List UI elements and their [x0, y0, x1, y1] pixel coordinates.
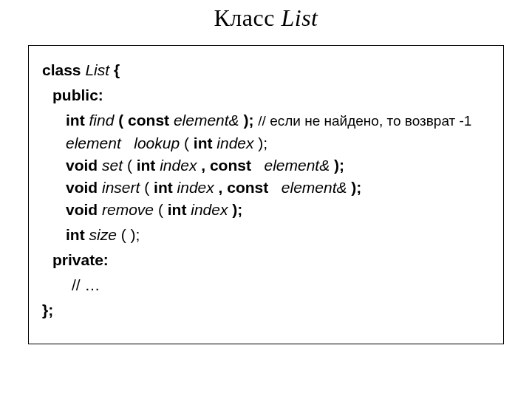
title-word2: List — [281, 4, 318, 31]
method-size: int size ( ); — [42, 224, 490, 246]
find-param-type: element& — [174, 112, 239, 129]
set-int: int — [137, 157, 156, 174]
find-ret: int — [66, 112, 85, 129]
remove-ret: void — [66, 201, 98, 218]
insert-const: const — [227, 179, 268, 196]
size-ret: int — [66, 226, 85, 243]
lookup-index: index — [216, 134, 253, 151]
insert-int: int — [154, 179, 173, 196]
class-keyword: class — [42, 61, 81, 78]
slide-title: Класс List — [0, 4, 532, 32]
find-name: find — [89, 112, 115, 129]
remove-close: ); — [232, 201, 242, 218]
find-open: ( — [118, 112, 123, 129]
private-keyword: private: — [52, 251, 109, 268]
find-comment: // если не найдено, то возврат -1 — [258, 113, 471, 129]
method-lookup: element lookup ( int index ); — [42, 132, 490, 154]
lookup-name: lookup — [134, 134, 180, 151]
size-name: size — [89, 226, 117, 243]
remove-name: remove — [102, 201, 154, 218]
code-block: class List { public: int find ( const el… — [28, 45, 504, 344]
insert-close: ); — [351, 179, 361, 196]
lookup-open: ( — [184, 134, 194, 151]
set-open: ( — [127, 157, 137, 174]
find-close: ); — [243, 112, 258, 129]
private-body: // … — [42, 274, 490, 296]
lookup-close: ); — [258, 134, 267, 151]
class-close: }; — [42, 299, 490, 321]
class-name: List — [85, 61, 109, 78]
set-name: set — [102, 157, 123, 174]
set-comma: , — [201, 157, 210, 174]
insert-ret: void — [66, 179, 98, 196]
remove-index: index — [191, 201, 228, 218]
size-args: ( ); — [121, 226, 140, 243]
private-comment: // … — [72, 276, 100, 293]
class-decl: class List { — [42, 59, 490, 81]
title-word1: Класс — [214, 4, 275, 31]
remove-int: int — [168, 201, 187, 218]
set-close: ); — [334, 157, 344, 174]
set-ret: void — [66, 157, 98, 174]
insert-name: insert — [102, 179, 140, 196]
insert-elem: element& — [282, 179, 347, 196]
set-elem: element& — [264, 157, 330, 174]
lookup-int: int — [194, 134, 213, 151]
find-const: const — [128, 112, 169, 129]
insert-open: ( — [144, 179, 154, 196]
set-const: const — [210, 157, 251, 174]
remove-open: ( — [158, 201, 168, 218]
method-find: int find ( const element& ); // если не … — [42, 109, 490, 132]
public-keyword: public: — [52, 86, 103, 103]
method-insert: void insert ( int index , const element&… — [42, 177, 490, 199]
method-remove: void remove ( int index ); — [42, 199, 490, 221]
private-section: private: — [42, 249, 490, 271]
method-set: void set ( int index , const element& ); — [42, 154, 490, 177]
public-section: public: — [42, 84, 490, 106]
open-brace: { — [114, 61, 120, 78]
close-brace: }; — [42, 301, 53, 318]
lookup-ret: element — [66, 134, 121, 151]
set-index: index — [160, 157, 197, 174]
insert-comma: , — [219, 179, 228, 196]
insert-index: index — [177, 179, 214, 196]
